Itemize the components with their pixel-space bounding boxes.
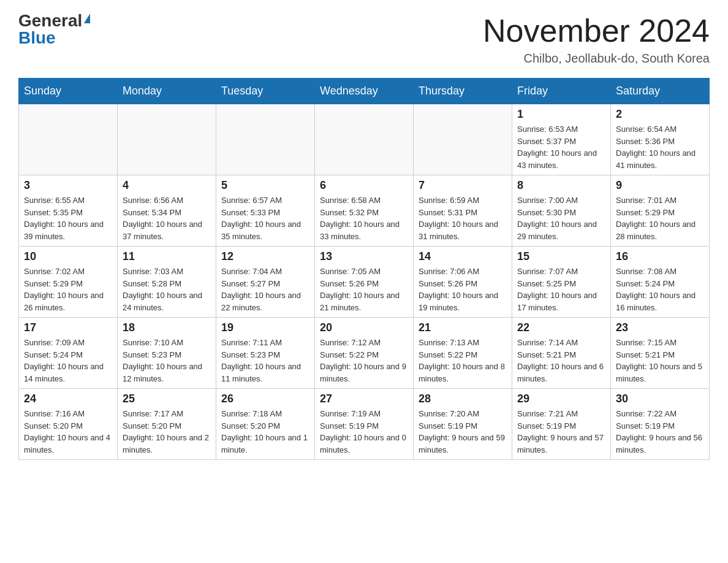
calendar-cell: 6Sunrise: 6:58 AMSunset: 5:32 PMDaylight… [315,175,414,247]
day-info: Sunrise: 7:18 AMSunset: 5:20 PMDaylight:… [221,408,309,456]
calendar-cell [216,104,315,175]
calendar-cell: 9Sunrise: 7:01 AMSunset: 5:29 PMDaylight… [611,175,710,247]
weekday-header-row: SundayMondayTuesdayWednesdayThursdayFrid… [19,79,710,104]
day-number: 18 [123,321,211,334]
calendar-cell: 7Sunrise: 6:59 AMSunset: 5:31 PMDaylight… [414,175,512,247]
logo-general-text: General [18,12,82,29]
weekday-header-saturday: Saturday [611,79,710,104]
calendar-cell: 29Sunrise: 7:21 AMSunset: 5:19 PMDayligh… [512,389,611,460]
day-number: 10 [24,250,112,263]
calendar-cell: 14Sunrise: 7:06 AMSunset: 5:26 PMDayligh… [414,247,512,318]
calendar-cell: 23Sunrise: 7:15 AMSunset: 5:21 PMDayligh… [611,318,710,389]
day-number: 28 [419,393,507,405]
day-info: Sunrise: 7:16 AMSunset: 5:20 PMDaylight:… [24,408,112,456]
calendar-table: SundayMondayTuesdayWednesdayThursdayFrid… [18,78,710,460]
day-info: Sunrise: 7:03 AMSunset: 5:28 PMDaylight:… [123,266,211,313]
calendar-cell: 15Sunrise: 7:07 AMSunset: 5:25 PMDayligh… [512,247,611,318]
day-info: Sunrise: 7:19 AMSunset: 5:19 PMDaylight:… [320,408,408,456]
calendar-week-row: 1Sunrise: 6:53 AMSunset: 5:37 PMDaylight… [19,104,710,175]
calendar-cell: 22Sunrise: 7:14 AMSunset: 5:21 PMDayligh… [512,318,611,389]
weekday-header-thursday: Thursday [414,79,512,104]
calendar-cell: 4Sunrise: 6:56 AMSunset: 5:34 PMDaylight… [118,175,216,247]
day-number: 19 [221,321,309,334]
day-number: 3 [24,179,112,192]
day-info: Sunrise: 7:22 AMSunset: 5:19 PMDaylight:… [616,408,704,456]
calendar-cell [414,104,512,175]
day-number: 27 [320,393,408,405]
day-number: 5 [221,179,309,192]
day-number: 13 [320,250,408,263]
day-info: Sunrise: 6:55 AMSunset: 5:35 PMDaylight:… [24,194,112,242]
day-number: 11 [123,250,211,263]
calendar-cell [118,104,216,175]
title-area: November 2024 Chilbo, Jeollabuk-do, Sout… [483,12,710,66]
weekday-header-friday: Friday [512,79,611,104]
day-number: 2 [616,108,704,121]
location-text: Chilbo, Jeollabuk-do, South Korea [483,52,710,66]
day-number: 26 [221,393,309,405]
day-info: Sunrise: 7:00 AMSunset: 5:30 PMDaylight:… [517,194,605,242]
day-info: Sunrise: 6:58 AMSunset: 5:32 PMDaylight:… [320,194,408,242]
day-info: Sunrise: 7:06 AMSunset: 5:26 PMDaylight:… [419,266,507,313]
logo-blue-text: Blue [18,29,56,47]
day-number: 12 [221,250,309,263]
calendar-week-row: 17Sunrise: 7:09 AMSunset: 5:24 PMDayligh… [19,318,710,389]
calendar-week-row: 24Sunrise: 7:16 AMSunset: 5:20 PMDayligh… [19,389,710,460]
day-number: 1 [517,108,605,121]
day-info: Sunrise: 7:01 AMSunset: 5:29 PMDaylight:… [616,194,704,242]
month-title: November 2024 [483,12,710,49]
day-number: 16 [616,250,704,263]
calendar-cell: 5Sunrise: 6:57 AMSunset: 5:33 PMDaylight… [216,175,315,247]
calendar-cell: 8Sunrise: 7:00 AMSunset: 5:30 PMDaylight… [512,175,611,247]
calendar-cell: 28Sunrise: 7:20 AMSunset: 5:19 PMDayligh… [414,389,512,460]
day-info: Sunrise: 7:13 AMSunset: 5:22 PMDaylight:… [419,337,507,385]
calendar-cell: 27Sunrise: 7:19 AMSunset: 5:19 PMDayligh… [315,389,414,460]
day-info: Sunrise: 7:09 AMSunset: 5:24 PMDaylight:… [24,337,112,385]
calendar-cell: 2Sunrise: 6:54 AMSunset: 5:36 PMDaylight… [611,104,710,175]
day-info: Sunrise: 7:04 AMSunset: 5:27 PMDaylight:… [221,266,309,313]
calendar-cell: 20Sunrise: 7:12 AMSunset: 5:22 PMDayligh… [315,318,414,389]
calendar-cell: 12Sunrise: 7:04 AMSunset: 5:27 PMDayligh… [216,247,315,318]
day-info: Sunrise: 7:12 AMSunset: 5:22 PMDaylight:… [320,337,408,385]
day-number: 25 [123,393,211,405]
day-number: 15 [517,250,605,263]
calendar-cell: 3Sunrise: 6:55 AMSunset: 5:35 PMDaylight… [19,175,118,247]
calendar-week-row: 3Sunrise: 6:55 AMSunset: 5:35 PMDaylight… [19,175,710,247]
day-number: 4 [123,179,211,192]
day-number: 23 [616,321,704,334]
day-info: Sunrise: 7:17 AMSunset: 5:20 PMDaylight:… [123,408,211,456]
day-info: Sunrise: 6:53 AMSunset: 5:37 PMDaylight:… [517,123,605,171]
calendar-cell: 1Sunrise: 6:53 AMSunset: 5:37 PMDaylight… [512,104,611,175]
day-info: Sunrise: 7:11 AMSunset: 5:23 PMDaylight:… [221,337,309,385]
calendar-cell: 16Sunrise: 7:08 AMSunset: 5:24 PMDayligh… [611,247,710,318]
calendar-cell: 25Sunrise: 7:17 AMSunset: 5:20 PMDayligh… [118,389,216,460]
day-info: Sunrise: 7:15 AMSunset: 5:21 PMDaylight:… [616,337,704,385]
calendar-cell [315,104,414,175]
day-info: Sunrise: 7:10 AMSunset: 5:23 PMDaylight:… [123,337,211,385]
weekday-header-monday: Monday [118,79,216,104]
day-info: Sunrise: 6:54 AMSunset: 5:36 PMDaylight:… [616,123,704,171]
day-number: 20 [320,321,408,334]
calendar-cell: 18Sunrise: 7:10 AMSunset: 5:23 PMDayligh… [118,318,216,389]
day-info: Sunrise: 6:57 AMSunset: 5:33 PMDaylight:… [221,194,309,242]
calendar-week-row: 10Sunrise: 7:02 AMSunset: 5:29 PMDayligh… [19,247,710,318]
day-number: 17 [24,321,112,334]
day-number: 14 [419,250,507,263]
logo-triangle-icon [84,13,90,23]
calendar-cell: 17Sunrise: 7:09 AMSunset: 5:24 PMDayligh… [19,318,118,389]
day-info: Sunrise: 7:05 AMSunset: 5:26 PMDaylight:… [320,266,408,313]
day-number: 21 [419,321,507,334]
day-number: 29 [517,393,605,405]
page-header: General Blue November 2024 Chilbo, Jeoll… [18,12,710,66]
calendar-cell: 11Sunrise: 7:03 AMSunset: 5:28 PMDayligh… [118,247,216,318]
day-number: 7 [419,179,507,192]
day-number: 22 [517,321,605,334]
weekday-header-tuesday: Tuesday [216,79,315,104]
weekday-header-sunday: Sunday [19,79,118,104]
day-info: Sunrise: 7:21 AMSunset: 5:19 PMDaylight:… [517,408,605,456]
calendar-cell: 24Sunrise: 7:16 AMSunset: 5:20 PMDayligh… [19,389,118,460]
weekday-header-wednesday: Wednesday [315,79,414,104]
calendar-cell [19,104,118,175]
day-number: 6 [320,179,408,192]
calendar-cell: 26Sunrise: 7:18 AMSunset: 5:20 PMDayligh… [216,389,315,460]
